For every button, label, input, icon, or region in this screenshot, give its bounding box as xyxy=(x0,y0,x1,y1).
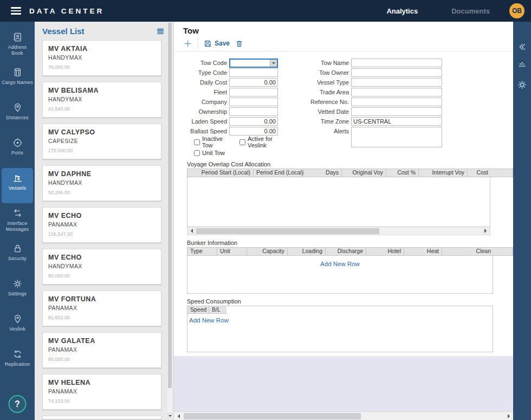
tow-code-select[interactable] xyxy=(229,59,278,68)
column-header: Speed xyxy=(187,306,209,314)
add-button[interactable] xyxy=(183,39,192,48)
active-for-veslink-checkbox[interactable]: Active for Veslink xyxy=(239,135,281,148)
column-header: Interrupt Voy xyxy=(419,169,468,177)
gear-icon[interactable] xyxy=(517,75,527,90)
vessel-list-panel: Vessel List MV AKTAIA HANDYMAX 75,000.00… xyxy=(35,22,174,420)
laden-speed-input[interactable] xyxy=(229,117,278,126)
vessel-type-input[interactable] xyxy=(351,78,442,87)
list-item[interactable]: MV DAPHNE HANDYMAX 50,296.00 xyxy=(42,165,161,201)
trash-icon xyxy=(235,40,243,48)
scrollbar-thumb[interactable] xyxy=(196,228,379,234)
scroll-right-arrow[interactable] xyxy=(504,412,513,420)
scroll-down-arrow[interactable] xyxy=(167,412,172,419)
delete-button[interactable] xyxy=(235,40,243,48)
column-header: B/L xyxy=(209,306,226,314)
sidebar: Address Book Cargo Names Distances Ports… xyxy=(0,22,35,420)
help-button[interactable]: ? xyxy=(9,395,27,413)
field-label: Daily Cost xyxy=(183,79,229,86)
list-item[interactable] xyxy=(42,416,161,419)
sidebar-item-veslink[interactable]: Veslink xyxy=(2,309,33,344)
tow-name-input[interactable] xyxy=(351,59,442,67)
address-book-icon xyxy=(12,32,23,42)
list-item[interactable]: MV BELISAMA HANDYMAX 41,540.00 xyxy=(42,82,161,118)
sidebar-item-ports[interactable]: Ports xyxy=(2,133,33,168)
list-item[interactable]: MV GALATEA PANAMAX 80,000.00 xyxy=(42,332,161,368)
chevron-down-icon[interactable] xyxy=(270,60,277,67)
location-pin-icon xyxy=(12,314,23,324)
scroll-right-arrow[interactable] xyxy=(482,228,490,235)
sidebar-item-cargo-names[interactable]: Cargo Names xyxy=(2,62,33,98)
sync-arrows-icon xyxy=(12,349,23,359)
scroll-left-arrow[interactable] xyxy=(174,412,183,420)
sidebar-item-interface-messages[interactable]: Interface Messages xyxy=(2,203,33,238)
main-horizontal-scrollbar[interactable] xyxy=(174,411,513,420)
list-icon[interactable] xyxy=(156,27,165,36)
crane-icon xyxy=(12,173,23,183)
sidebar-item-security[interactable]: Security xyxy=(2,238,33,274)
analytics-chart-icon[interactable] xyxy=(517,59,527,68)
nav-documents[interactable]: Documents xyxy=(451,7,490,15)
list-item[interactable]: MV ECHO PANAMAX 106,547.00 xyxy=(42,207,161,243)
reference-no-input[interactable] xyxy=(351,98,442,106)
fleet-input[interactable] xyxy=(229,88,278,96)
scrollbar-thumb[interactable] xyxy=(184,413,361,419)
tow-form: Tow Code Type Code Daily Cost xyxy=(183,58,513,158)
sidebar-item-address-book[interactable]: Address Book xyxy=(2,27,33,62)
list-item[interactable]: MV ECHO HANDYMAX 80,000.00 xyxy=(42,249,161,285)
plus-icon xyxy=(183,39,192,48)
field-label: Ownership xyxy=(183,108,229,115)
page-title: Tow xyxy=(183,26,513,35)
sidebar-item-replication[interactable]: Replication xyxy=(2,344,33,379)
save-button[interactable]: Save xyxy=(204,40,230,48)
scroll-left-arrow[interactable] xyxy=(187,228,196,235)
voyage-overlap-title: Voyage Overlap Cost Allocation xyxy=(187,161,513,167)
lock-icon xyxy=(12,243,23,254)
vessel-list-header: Vessel List xyxy=(35,22,173,36)
column-header: Cost xyxy=(468,169,491,177)
alerts-textarea[interactable] xyxy=(351,127,442,147)
vessel-list-scrollbar[interactable] xyxy=(167,23,172,420)
list-item[interactable]: MV AKTAIA HANDYMAX 75,000.00 xyxy=(42,40,161,76)
nav-analytics[interactable]: Analytics xyxy=(386,7,418,15)
add-new-row-link[interactable]: Add New Row xyxy=(320,261,360,267)
field-label: Company xyxy=(183,99,229,105)
ownership-input[interactable] xyxy=(229,107,278,116)
toolbar-divider xyxy=(198,38,198,48)
field-label: Laden Speed xyxy=(183,118,229,125)
checkbox[interactable] xyxy=(194,150,200,156)
scrollbar-thumb[interactable] xyxy=(168,23,172,388)
collapse-panel-icon[interactable] xyxy=(517,42,527,51)
sidebar-item-vessels[interactable]: Vessels xyxy=(2,168,33,203)
ballast-speed-input[interactable] xyxy=(229,127,278,135)
daily-cost-input[interactable] xyxy=(229,78,278,87)
exchange-arrows-icon xyxy=(12,208,23,218)
list-item[interactable]: MV FORTUNA PANAMAX 81,852.00 xyxy=(42,290,161,326)
inactive-tow-checkbox[interactable]: Inactive Tow xyxy=(194,135,225,148)
trade-area-input[interactable] xyxy=(351,88,442,96)
list-item[interactable]: MV HELENA PANAMAX 74,133.00 xyxy=(42,374,161,410)
column-header: Heat xyxy=(404,248,442,255)
type-code-input[interactable] xyxy=(229,68,278,77)
list-item[interactable]: MV CALYPSO CAPESIZE 176,000.00 xyxy=(42,124,161,159)
bunker-table-body: Add New Row xyxy=(187,256,493,294)
column-header: Period Start (Local) xyxy=(187,169,254,177)
unit-tow-checkbox[interactable]: Unit Tow xyxy=(194,150,225,156)
vetted-date-input[interactable] xyxy=(351,107,442,116)
time-zone-input[interactable] xyxy=(351,117,442,126)
voyage-horizontal-scrollbar[interactable] xyxy=(187,227,490,235)
field-label: Trade Area xyxy=(282,89,351,95)
field-label: Ballast Speed xyxy=(183,128,229,134)
tow-code-input[interactable] xyxy=(230,60,270,67)
field-label: Reference No. xyxy=(282,99,351,105)
add-new-row-link[interactable]: Add New Row xyxy=(189,317,229,324)
avatar[interactable]: OB xyxy=(509,3,524,18)
speed-table: Speed B/L Add New Row xyxy=(187,306,493,352)
checkbox[interactable] xyxy=(194,139,200,145)
menu-icon[interactable] xyxy=(11,7,21,15)
checkbox[interactable] xyxy=(239,139,245,145)
company-input[interactable] xyxy=(229,98,278,106)
sidebar-item-settings[interactable]: Settings xyxy=(2,274,33,309)
tow-owner-input[interactable] xyxy=(351,68,442,77)
speed-consumption-title: Speed Consumption xyxy=(187,298,513,305)
sidebar-item-distances[interactable]: Distances xyxy=(2,98,33,133)
